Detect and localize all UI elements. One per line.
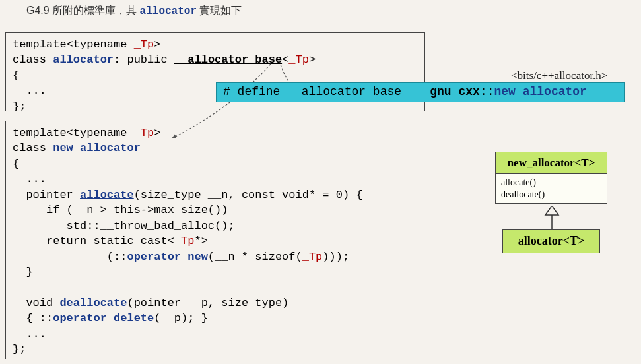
b2l9a: (::: [13, 251, 127, 263]
uml-new-allocator: new_allocator<T> allocate() deallocate(): [495, 152, 607, 204]
b2l1a: template<typename: [13, 127, 134, 139]
def-d: new_allocator: [494, 85, 586, 98]
b2l5b: allocate: [80, 189, 134, 201]
title-suffix: 實現如下: [197, 5, 242, 16]
svg-marker-1: [545, 206, 558, 215]
uml-method-allocate: allocate(): [501, 177, 601, 189]
l1a: template<typename: [13, 38, 134, 51]
slide-title: G4.9 所附的標準庫，其 allocator 實現如下: [26, 4, 242, 18]
b2l12b: deallocate: [59, 297, 127, 309]
title-keyword: allocator: [140, 5, 197, 17]
uml-allocator-title: allocator<T>: [518, 234, 585, 247]
title-prefix: G4.9 所附的標準庫，其: [26, 5, 140, 16]
b2l12c: (pointer __p, size_type): [127, 297, 288, 309]
b2l9c: (__n * sizeof(: [208, 251, 302, 263]
b2l1b: _Tp: [134, 127, 154, 139]
l1b: _Tp: [134, 38, 154, 51]
def-b: __gnu_cxx: [416, 85, 480, 98]
b2l13a: { ::: [13, 312, 53, 324]
uml-new-allocator-title: new_allocator<T>: [496, 152, 607, 174]
b2l7: std::__throw_bad_alloc();: [13, 220, 235, 232]
uml-inherit-arrow-icon: [544, 206, 560, 229]
b2l13c: (__p); }: [154, 312, 208, 324]
l2f: _Tp: [288, 53, 309, 66]
l5: };: [13, 100, 26, 113]
b2l12a: void: [13, 297, 59, 309]
b2l8c: *>: [194, 235, 207, 247]
header-cxx-allocator-h: <bits/c++allocator.h>: [511, 69, 607, 82]
uml-new-allocator-body: allocate() deallocate(): [496, 174, 607, 203]
b2l4: ...: [13, 173, 46, 185]
b2l9d: _Tp: [302, 251, 323, 263]
b2l5c: (size_type __n, const void* = 0) {: [134, 189, 363, 201]
b2l8a: return static_cast<: [13, 235, 174, 247]
b2l1c: >: [154, 127, 160, 139]
b2l2a: class: [13, 142, 53, 154]
l2b: allocator: [53, 53, 114, 66]
l1c: >: [154, 38, 160, 51]
b2l15: };: [13, 343, 26, 355]
b2l8b: _Tp: [174, 235, 195, 247]
b2l9b: operator new: [127, 251, 207, 263]
l4: ...: [13, 84, 46, 97]
def-c: ::: [480, 85, 494, 98]
b2l3: {: [13, 158, 19, 170]
def-a: # define __allocator_base: [223, 85, 416, 98]
uml-method-deallocate: deallocate(): [501, 189, 601, 200]
b2l2b: new_allocator: [53, 142, 141, 154]
l2d: __allocator_base: [174, 53, 282, 66]
l2a: class: [13, 53, 53, 66]
code-new-allocator-class: template<typename _Tp> class new_allocat…: [5, 121, 450, 359]
b2l14: ...: [13, 328, 46, 340]
l3: {: [13, 69, 19, 82]
b2l13b: operator delete: [53, 312, 154, 324]
b2l10: }: [13, 266, 33, 278]
l2e: <: [282, 53, 288, 66]
code-define-macro: # define __allocator_base __gnu_cxx::new…: [216, 82, 625, 102]
uml-allocator: allocator<T>: [502, 229, 600, 253]
l2c: : public: [114, 53, 174, 66]
b2l9e: )));: [322, 251, 349, 263]
b2l5a: pointer: [13, 189, 80, 201]
b2l6: if (__n > this->max_size()): [13, 204, 228, 216]
l2g: >: [309, 53, 316, 66]
